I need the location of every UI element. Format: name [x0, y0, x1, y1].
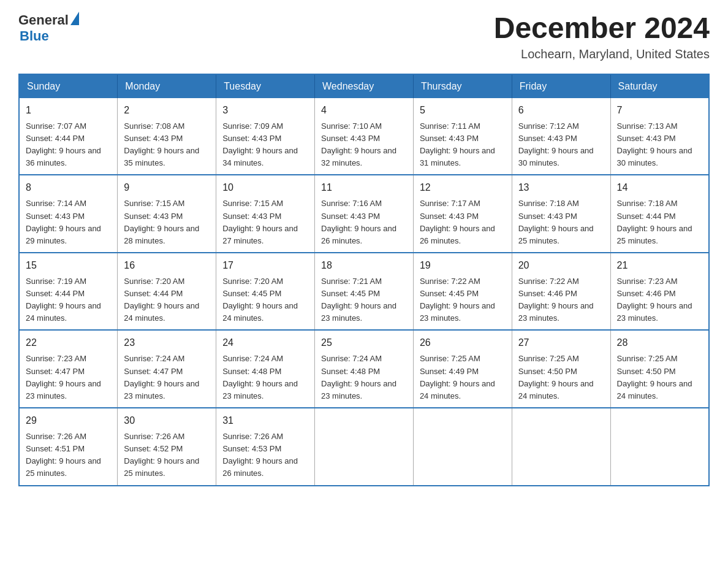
daylight-text: Daylight: 9 hours and 23 minutes.	[26, 379, 101, 400]
sunrise-text: Sunrise: 7:26 AM	[222, 432, 283, 441]
daylight-text: Daylight: 9 hours and 29 minutes.	[26, 224, 101, 245]
sunset-text: Sunset: 4:43 PM	[518, 212, 577, 221]
daylight-text: Daylight: 9 hours and 28 minutes.	[124, 224, 199, 245]
day-number: 29	[26, 413, 111, 428]
calendar-table: Sunday Monday Tuesday Wednesday Thursday…	[18, 74, 710, 486]
header-friday: Friday	[512, 74, 610, 98]
sunset-text: Sunset: 4:43 PM	[124, 134, 183, 143]
day-info: Sunrise: 7:24 AM Sunset: 4:48 PM Dayligh…	[321, 353, 407, 402]
day-number: 31	[222, 413, 308, 428]
day-info: Sunrise: 7:09 AM Sunset: 4:43 PM Dayligh…	[222, 120, 308, 170]
daylight-text: Daylight: 9 hours and 26 minutes.	[420, 224, 495, 245]
sunrise-text: Sunrise: 7:23 AM	[617, 277, 678, 286]
sunrise-text: Sunrise: 7:11 AM	[420, 121, 480, 131]
calendar-cell: 22 Sunrise: 7:23 AM Sunset: 4:47 PM Dayl…	[19, 330, 118, 408]
day-info: Sunrise: 7:20 AM Sunset: 4:44 PM Dayligh…	[124, 275, 210, 325]
sunset-text: Sunset: 4:48 PM	[222, 367, 281, 376]
calendar-cell: 1 Sunrise: 7:07 AM Sunset: 4:44 PM Dayli…	[19, 98, 118, 175]
daylight-text: Daylight: 9 hours and 24 minutes.	[420, 379, 495, 400]
calendar-cell: 9 Sunrise: 7:15 AM Sunset: 4:43 PM Dayli…	[118, 175, 216, 253]
calendar-cell: 21 Sunrise: 7:23 AM Sunset: 4:46 PM Dayl…	[610, 253, 709, 331]
day-number: 10	[222, 180, 308, 195]
day-info: Sunrise: 7:14 AM Sunset: 4:43 PM Dayligh…	[26, 197, 111, 247]
day-number: 20	[518, 258, 604, 273]
day-info: Sunrise: 7:21 AM Sunset: 4:45 PM Dayligh…	[321, 275, 407, 325]
calendar-cell: 25 Sunrise: 7:24 AM Sunset: 4:48 PM Dayl…	[315, 330, 414, 408]
day-info: Sunrise: 7:15 AM Sunset: 4:43 PM Dayligh…	[124, 197, 210, 247]
weekday-header-row: Sunday Monday Tuesday Wednesday Thursday…	[19, 74, 709, 98]
sunrise-text: Sunrise: 7:10 AM	[321, 121, 382, 131]
daylight-text: Daylight: 9 hours and 30 minutes.	[518, 146, 594, 167]
day-info: Sunrise: 7:22 AM Sunset: 4:45 PM Dayligh…	[420, 275, 506, 325]
day-number: 14	[617, 180, 702, 195]
day-info: Sunrise: 7:25 AM Sunset: 4:50 PM Dayligh…	[617, 353, 702, 402]
calendar-cell: 12 Sunrise: 7:17 AM Sunset: 4:43 PM Dayl…	[413, 175, 512, 253]
sunset-text: Sunset: 4:43 PM	[321, 212, 380, 221]
calendar-cell: 23 Sunrise: 7:24 AM Sunset: 4:47 PM Dayl…	[118, 330, 216, 408]
calendar-cell: 13 Sunrise: 7:18 AM Sunset: 4:43 PM Dayl…	[512, 175, 610, 253]
sunset-text: Sunset: 4:45 PM	[420, 289, 479, 298]
day-number: 1	[26, 103, 111, 118]
sunrise-text: Sunrise: 7:16 AM	[321, 199, 382, 208]
sunrise-text: Sunrise: 7:13 AM	[617, 121, 678, 131]
daylight-text: Daylight: 9 hours and 24 minutes.	[222, 301, 298, 323]
calendar-cell: 15 Sunrise: 7:19 AM Sunset: 4:44 PM Dayl…	[19, 253, 118, 331]
calendar-cell: 30 Sunrise: 7:26 AM Sunset: 4:52 PM Dayl…	[118, 408, 216, 486]
calendar-cell	[315, 408, 414, 486]
page-wrapper: General Blue December 2024 Lochearn, Mar…	[18, 12, 710, 486]
sunrise-text: Sunrise: 7:25 AM	[420, 354, 480, 363]
daylight-text: Daylight: 9 hours and 24 minutes.	[617, 379, 692, 400]
day-info: Sunrise: 7:20 AM Sunset: 4:45 PM Dayligh…	[222, 275, 308, 325]
daylight-text: Daylight: 9 hours and 25 minutes.	[518, 224, 594, 245]
daylight-text: Daylight: 9 hours and 26 minutes.	[321, 224, 396, 245]
sunrise-text: Sunrise: 7:25 AM	[617, 354, 678, 363]
day-number: 4	[321, 103, 407, 118]
day-info: Sunrise: 7:23 AM Sunset: 4:46 PM Dayligh…	[617, 275, 702, 325]
day-number: 30	[124, 413, 210, 428]
sunset-text: Sunset: 4:43 PM	[222, 134, 281, 143]
header-saturday: Saturday	[610, 74, 709, 98]
sunset-text: Sunset: 4:45 PM	[222, 289, 281, 298]
sunset-text: Sunset: 4:43 PM	[420, 212, 479, 221]
day-number: 16	[124, 258, 210, 273]
day-info: Sunrise: 7:24 AM Sunset: 4:48 PM Dayligh…	[222, 353, 308, 402]
sunrise-text: Sunrise: 7:18 AM	[617, 199, 678, 208]
day-number: 22	[26, 335, 111, 350]
sunset-text: Sunset: 4:53 PM	[222, 444, 281, 453]
daylight-text: Daylight: 9 hours and 23 minutes.	[518, 301, 594, 323]
sunset-text: Sunset: 4:51 PM	[26, 444, 85, 453]
sunset-text: Sunset: 4:44 PM	[124, 289, 183, 298]
day-number: 25	[321, 335, 407, 350]
sunrise-text: Sunrise: 7:18 AM	[518, 199, 579, 208]
calendar-row-2: 8 Sunrise: 7:14 AM Sunset: 4:43 PM Dayli…	[19, 175, 709, 253]
calendar-cell: 16 Sunrise: 7:20 AM Sunset: 4:44 PM Dayl…	[118, 253, 216, 331]
sunrise-text: Sunrise: 7:23 AM	[26, 354, 86, 363]
sunrise-text: Sunrise: 7:22 AM	[518, 277, 579, 286]
day-number: 27	[518, 335, 604, 350]
day-number: 2	[124, 103, 210, 118]
calendar-cell: 31 Sunrise: 7:26 AM Sunset: 4:53 PM Dayl…	[216, 408, 315, 486]
sunrise-text: Sunrise: 7:19 AM	[26, 277, 86, 286]
sunset-text: Sunset: 4:44 PM	[26, 289, 85, 298]
daylight-text: Daylight: 9 hours and 34 minutes.	[222, 146, 298, 167]
calendar-row-4: 22 Sunrise: 7:23 AM Sunset: 4:47 PM Dayl…	[19, 330, 709, 408]
day-number: 5	[420, 103, 506, 118]
sunrise-text: Sunrise: 7:12 AM	[518, 121, 579, 131]
sunrise-text: Sunrise: 7:09 AM	[222, 121, 283, 131]
daylight-text: Daylight: 9 hours and 27 minutes.	[222, 224, 298, 245]
calendar-cell: 7 Sunrise: 7:13 AM Sunset: 4:43 PM Dayli…	[610, 98, 709, 175]
calendar-cell	[413, 408, 512, 486]
day-number: 17	[222, 258, 308, 273]
sunrise-text: Sunrise: 7:20 AM	[124, 277, 184, 286]
day-number: 26	[420, 335, 506, 350]
sunset-text: Sunset: 4:43 PM	[420, 134, 479, 143]
title-section: December 2024 Lochearn, Maryland, United…	[494, 12, 710, 61]
day-info: Sunrise: 7:15 AM Sunset: 4:43 PM Dayligh…	[222, 197, 308, 247]
day-info: Sunrise: 7:19 AM Sunset: 4:44 PM Dayligh…	[26, 275, 111, 325]
sunrise-text: Sunrise: 7:17 AM	[420, 199, 480, 208]
header-sunday: Sunday	[19, 74, 118, 98]
day-number: 12	[420, 180, 506, 195]
logo: General Blue	[18, 12, 79, 44]
day-number: 15	[26, 258, 111, 273]
calendar-row-5: 29 Sunrise: 7:26 AM Sunset: 4:51 PM Dayl…	[19, 408, 709, 486]
